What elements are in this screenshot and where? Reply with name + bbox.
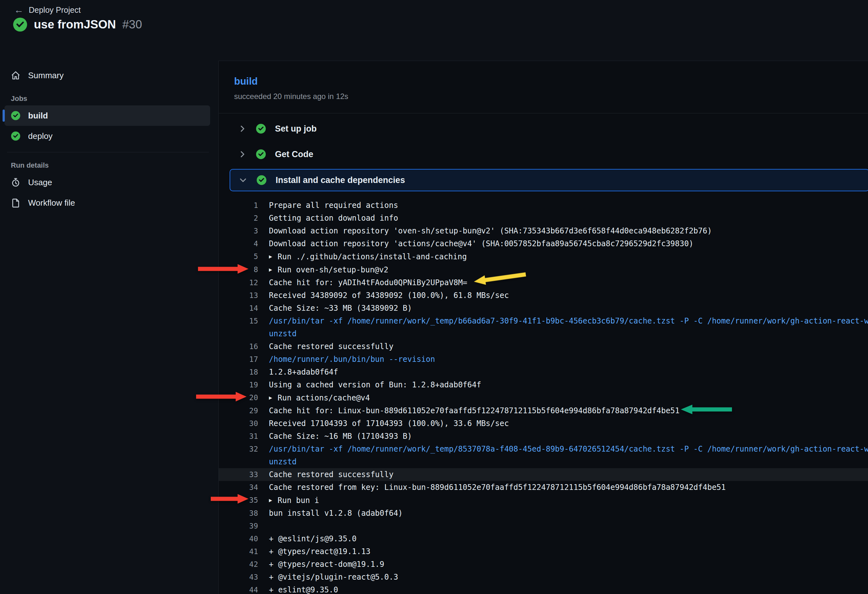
log-line: 40 + @eslint/js@9.35.0 [219, 532, 868, 545]
log-line-number[interactable]: 35 [219, 494, 258, 507]
log-line-number[interactable]: 12 [219, 276, 258, 289]
log-line: 33 Cache restored successfully [219, 468, 868, 481]
log-line-number[interactable]: 42 [219, 558, 258, 571]
log-line-number[interactable]: 20 [219, 391, 258, 404]
step-label: Set up job [275, 124, 317, 134]
sidebar-job-deploy[interactable]: deploy [4, 126, 210, 146]
log-line: 12 Cache hit for: yADIh4tFAodu0QPNiBy2UP… [219, 276, 868, 289]
log-line-number[interactable]: 5 [219, 250, 258, 263]
step-label: Get Code [275, 149, 313, 160]
log-line-number[interactable]: 34 [219, 481, 258, 494]
sidebar-workflow-file-label: Workflow file [28, 198, 75, 208]
sidebar-item-workflow-file[interactable]: Workflow file [4, 192, 210, 213]
log-line-number[interactable]: 38 [219, 507, 258, 520]
log-line-text: ▶Run ./.github/actions/install-and-cachi… [269, 250, 868, 263]
sidebar-job-deploy-label: deploy [28, 131, 53, 141]
log-line-text: + @vitejs/plugin-react@5.0.3 [269, 571, 868, 584]
sidebar-item-summary[interactable]: Summary [4, 65, 210, 86]
log-line-text: Cache restored successfully [269, 340, 868, 353]
log-line-number[interactable]: 40 [219, 532, 258, 545]
log-line-number[interactable]: 39 [219, 520, 258, 532]
chevron-icon[interactable] [238, 124, 247, 133]
run-title: use fromJSON [34, 18, 116, 31]
step-row[interactable]: Set up job [219, 116, 868, 142]
log-line-number[interactable]: 41 [219, 545, 258, 558]
log-line-number[interactable]: 16 [219, 340, 258, 353]
log-line-text: ▶Run actions/cache@v4 [269, 391, 868, 404]
log-line: 29 Cache hit for: Linux-bun-889d611052e7… [219, 404, 868, 417]
job-header: build succeeded 20 minutes ago in 12s [219, 61, 868, 113]
selected-accent-bar [3, 109, 5, 122]
group-expand-marker-icon[interactable]: ▶ [269, 250, 272, 263]
log-line-text: /usr/bin/tar -xf /home/runner/work/_temp… [269, 315, 868, 327]
sidebar: Summary Jobs build deploy Run details Us… [0, 61, 218, 594]
chevron-icon[interactable] [238, 150, 247, 159]
log-line-text: ▶Run oven-sh/setup-bun@v2 [269, 263, 868, 276]
log-line-number[interactable]: 31 [219, 430, 258, 443]
log-line-text: Getting action download info [269, 212, 868, 225]
log-line-text: Cache hit for: yADIh4tFAodu0QPNiBy2UPpaV… [269, 276, 868, 289]
step-row[interactable]: Install and cache dependencies [230, 169, 868, 191]
log-line-number[interactable]: 17 [219, 353, 258, 366]
log-line-text: /usr/bin/tar -xf /home/runner/work/_temp… [269, 443, 868, 455]
log-line-text: Cache Size: ~33 MB (34389092 B) [269, 302, 868, 315]
log-line-text: + @types/react@19.1.13 [269, 545, 868, 558]
log-line-number[interactable]: 13 [219, 289, 258, 302]
back-arrow-icon[interactable]: ← [14, 5, 24, 15]
job-status-text: succeeded 20 minutes ago in 12s [234, 92, 868, 101]
chevron-icon[interactable] [239, 176, 248, 185]
log-line-text: + eslint@9.35.0 [269, 584, 868, 594]
log-line: 18 1.2.8+adab0f64f [219, 366, 868, 378]
log-line-number[interactable]: 30 [219, 417, 258, 430]
log-line: 1 Prepare all required actions [219, 199, 868, 212]
log-line-number[interactable]: 1 [219, 199, 258, 212]
step-row[interactable]: Get Code [219, 142, 868, 167]
run-title-row: use fromJSON #30 [13, 17, 142, 32]
log-line-text: 1.2.8+adab0f64f [269, 366, 868, 378]
log-line: 17 /home/runner/.bun/bin/bun --revision [219, 353, 868, 366]
step-label: Install and cache dependencies [276, 175, 405, 185]
group-expand-marker-icon[interactable]: ▶ [269, 263, 272, 276]
log-line-number[interactable]: 44 [219, 584, 258, 594]
log-line: 19 Using a cached version of Bun: 1.2.8+… [219, 378, 868, 391]
log-line-number[interactable]: 33 [219, 468, 258, 481]
log-line-number[interactable]: 15 [219, 315, 258, 327]
log-line-wrap-text: unzstd [269, 327, 868, 340]
step-success-icon [256, 149, 266, 160]
log-line-number[interactable]: 43 [219, 571, 258, 584]
sidebar-item-usage[interactable]: Usage [4, 172, 210, 192]
log-line-number[interactable]: 19 [219, 378, 258, 391]
job-name-link[interactable]: build [234, 76, 258, 87]
log-line-text: Using a cached version of Bun: 1.2.8+ada… [269, 378, 868, 391]
log-line-text: + @eslint/js@9.35.0 [269, 532, 868, 545]
log-line-number[interactable]: 32 [219, 443, 258, 455]
log-line: 31 Cache Size: ~16 MB (17104393 B) [219, 430, 868, 443]
log-line-text: Received 17104393 of 17104393 (100.0%), … [269, 417, 868, 430]
log-line-number[interactable]: 14 [219, 302, 258, 315]
log-lines: 1 Prepare all required actions 2 Getting… [219, 191, 868, 594]
breadcrumb[interactable]: ← Deploy Project [14, 5, 81, 15]
run-number: #30 [122, 18, 142, 31]
stopwatch-icon [11, 177, 21, 187]
sidebar-divider [7, 152, 209, 152]
log-line-number[interactable]: 2 [219, 212, 258, 225]
log-line-number[interactable]: 18 [219, 366, 258, 378]
log-line: 15 /usr/bin/tar -xf /home/runner/work/_t… [219, 315, 868, 340]
log-line-number[interactable]: 29 [219, 404, 258, 417]
log-line-text: ▶Run bun i [269, 494, 868, 507]
log-line: 3 Download action repository 'oven-sh/se… [219, 225, 868, 237]
log-line-text: Prepare all required actions [269, 199, 868, 212]
log-line-number[interactable]: 4 [219, 237, 258, 250]
breadcrumb-label[interactable]: Deploy Project [29, 6, 81, 15]
log-line-number[interactable]: 8 [219, 263, 258, 276]
step-success-icon [257, 175, 267, 185]
log-line-number[interactable]: 3 [219, 225, 258, 237]
sidebar-job-build-label: build [28, 111, 48, 121]
sidebar-job-build[interactable]: build [4, 105, 210, 126]
group-expand-marker-icon[interactable]: ▶ [269, 494, 272, 507]
job-success-icon [11, 111, 21, 120]
group-expand-marker-icon[interactable]: ▶ [269, 391, 272, 404]
sidebar-usage-label: Usage [28, 177, 52, 188]
steps-list: Set up job Get Code Install and cache de… [219, 113, 868, 191]
log-line-text: Cache Size: ~16 MB (17104393 B) [269, 430, 868, 443]
